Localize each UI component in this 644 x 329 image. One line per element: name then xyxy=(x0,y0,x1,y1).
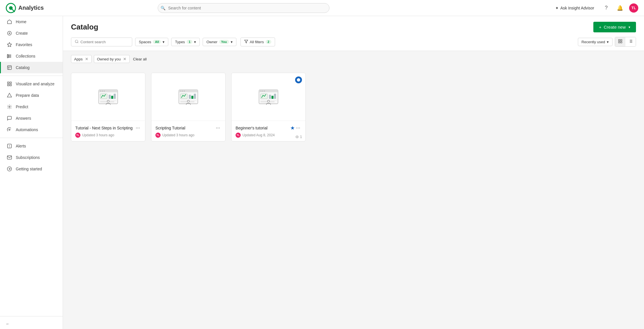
svg-marker-6 xyxy=(7,43,12,47)
svg-point-64 xyxy=(260,90,262,92)
sidebar-item-prepare[interactable]: Prepare data xyxy=(0,90,63,101)
owner-badge: You xyxy=(219,40,229,44)
apps-filter-tag-label: Apps xyxy=(74,57,83,61)
all-filters-button[interactable]: All filters 2 xyxy=(240,38,275,46)
card-1-body xyxy=(71,73,145,121)
table-row[interactable]: Tutorial - Next Steps in Scripting ··· T… xyxy=(71,73,145,141)
content-search-filter[interactable] xyxy=(71,38,132,46)
collections-icon xyxy=(7,53,12,59)
svg-point-23 xyxy=(75,40,78,42)
create-new-label: Create new xyxy=(604,25,626,29)
owner-filter-button[interactable]: Owner You ▾ xyxy=(203,38,236,46)
owned-filter-remove-icon[interactable]: ✕ xyxy=(123,57,127,61)
owned-filter-tag[interactable]: Owned by you ✕ xyxy=(94,55,130,63)
content-search-icon xyxy=(75,40,79,44)
sidebar-item-collections[interactable]: Collections xyxy=(0,50,63,62)
svg-rect-27 xyxy=(621,40,622,41)
sidebar-item-catalog[interactable]: Catalog xyxy=(0,62,63,73)
create-new-button[interactable]: + Create new ▾ xyxy=(593,22,636,32)
spaces-filter-button[interactable]: Spaces All ▾ xyxy=(135,38,168,46)
card-1-more-button[interactable]: ··· xyxy=(135,124,141,131)
svg-rect-54 xyxy=(180,94,187,99)
sort-button[interactable]: Recently used ▾ xyxy=(578,38,613,46)
svg-rect-69 xyxy=(272,96,274,99)
apps-filter-remove-icon[interactable]: ✕ xyxy=(85,57,88,61)
card-2-more-button[interactable]: ··· xyxy=(215,124,221,131)
svg-rect-68 xyxy=(269,95,271,99)
notifications-button[interactable]: 🔔 xyxy=(615,3,625,13)
clear-all-button[interactable]: Clear all xyxy=(133,57,147,61)
sidebar-item-answers[interactable]: Answers xyxy=(0,113,63,124)
owned-filter-tag-label: Owned by you xyxy=(97,57,121,61)
sidebar-item-automations[interactable]: Automations xyxy=(0,124,63,135)
card-3-avatar: TL xyxy=(236,133,241,138)
create-plus-icon: + xyxy=(599,25,602,29)
apps-filter-tag[interactable]: Apps ✕ xyxy=(71,55,92,63)
sidebar-item-alerts[interactable]: Alerts xyxy=(0,140,63,152)
card-3-meta: TL Updated Aug 8, 2024 xyxy=(236,133,301,138)
help-button[interactable]: ? xyxy=(602,3,611,13)
table-row[interactable]: Scripting Tutorial ··· TL Updated 3 hour… xyxy=(151,73,226,141)
sidebar-item-favorites[interactable]: Favorites xyxy=(0,39,63,50)
svg-point-52 xyxy=(182,90,183,92)
main-header-top: Catalog + Create new ▾ xyxy=(71,22,636,32)
svg-rect-14 xyxy=(10,84,11,86)
card-3-star-button[interactable]: ★ xyxy=(290,125,295,131)
sidebar-item-subscriptions[interactable]: Subscriptions xyxy=(0,152,63,163)
svg-rect-67 xyxy=(260,94,268,99)
sidebar-item-subscriptions-label: Subscriptions xyxy=(16,155,40,160)
grid-view-button[interactable] xyxy=(615,37,625,46)
svg-rect-29 xyxy=(621,42,622,43)
avatar[interactable]: TL xyxy=(629,3,638,13)
sidebar-item-visualize[interactable]: Visualize and analyze xyxy=(0,78,63,90)
sidebar-item-create[interactable]: Create xyxy=(0,27,63,39)
filters-row: Spaces All ▾ Types 1 ▾ Owner You ▾ xyxy=(71,37,636,51)
logo: Analytics xyxy=(6,3,44,13)
svg-rect-56 xyxy=(191,96,193,99)
svg-rect-50 xyxy=(179,90,198,92)
subscriptions-icon xyxy=(7,155,12,160)
app-name: Analytics xyxy=(18,5,44,11)
create-chevron-icon: ▾ xyxy=(629,25,630,29)
svg-point-75 xyxy=(267,100,269,102)
sidebar-item-home[interactable]: Home xyxy=(0,16,63,27)
card-3-more-button[interactable]: ··· xyxy=(295,124,301,131)
sidebar-item-getting-started-label: Getting started xyxy=(16,167,42,171)
getting-started-icon xyxy=(7,166,12,172)
svg-rect-70 xyxy=(274,94,276,99)
sidebar-item-predict[interactable]: Predict xyxy=(0,101,63,113)
sidebar-item-favorites-label: Favorites xyxy=(16,42,32,47)
automations-icon xyxy=(7,127,12,133)
list-view-button[interactable] xyxy=(625,37,636,46)
sidebar-divider-bottom xyxy=(0,316,63,316)
types-chevron-icon: ▾ xyxy=(194,40,196,44)
svg-point-53 xyxy=(184,90,185,92)
search-icon: 🔍 xyxy=(161,6,165,10)
sidebar-item-getting-started[interactable]: Getting started xyxy=(0,163,63,175)
types-filter-button[interactable]: Types 1 ▾ xyxy=(171,38,200,46)
table-row[interactable]: 1 Beginner's tutorial ★ ··· TL Updated A… xyxy=(231,73,306,141)
content-search-input[interactable] xyxy=(80,40,129,44)
cards-grid: Tutorial - Next Steps in Scripting ··· T… xyxy=(71,73,636,141)
card-3-footer-top: Beginner's tutorial ★ ··· xyxy=(236,124,301,131)
owner-label: Owner xyxy=(206,40,217,44)
svg-point-65 xyxy=(262,90,263,92)
search-input[interactable] xyxy=(158,3,329,13)
sidebar-item-create-label: Create xyxy=(16,31,28,36)
insight-advisor-button[interactable]: ✦ Ask Insight Advisor xyxy=(552,4,597,12)
svg-rect-63 xyxy=(259,90,278,92)
sidebar-item-prepare-label: Prepare data xyxy=(16,93,39,98)
svg-marker-25 xyxy=(244,40,248,43)
sidebar-collapse-button[interactable]: ← xyxy=(0,319,63,329)
sidebar-item-predict-label: Predict xyxy=(16,105,28,109)
svg-point-48 xyxy=(107,100,109,102)
svg-rect-11 xyxy=(7,82,9,83)
svg-point-61 xyxy=(187,100,189,102)
card-1-updated: Updated 3 hours ago xyxy=(82,133,114,137)
alerts-icon xyxy=(7,143,12,149)
search-bar: 🔍 xyxy=(158,3,329,13)
card-3-views-count: 1 xyxy=(300,135,302,139)
card-2-updated: Updated 3 hours ago xyxy=(162,133,194,137)
card-3-footer: Beginner's tutorial ★ ··· TL Updated Aug… xyxy=(232,121,305,141)
visualize-icon xyxy=(7,81,12,87)
